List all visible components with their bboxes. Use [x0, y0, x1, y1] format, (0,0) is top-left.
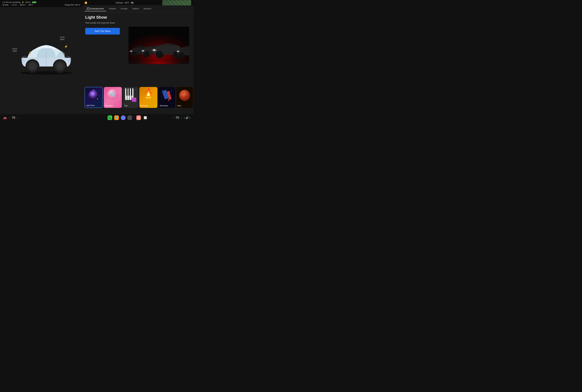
svg-point-9 [57, 63, 63, 69]
content-left: Light Show Park outside and enjoy the sh… [82, 12, 124, 78]
tab-browser[interactable]: Browser [141, 6, 154, 11]
speed-left-arrow-right[interactable]: ‹ [173, 116, 174, 119]
more-icon: ··· [129, 116, 131, 119]
volume-up-icon[interactable]: ▸ [190, 116, 191, 119]
tab-toybox[interactable]: Toybox [130, 6, 141, 11]
svg-point-57 [179, 90, 190, 101]
volume-icon: 🔊 [185, 116, 189, 119]
svg-point-16 [132, 52, 137, 56]
battery-bar [32, 2, 36, 3]
right-panel: 📶 9:29 pm 35°F 📷 Entertainment Theater A… [82, 0, 193, 116]
mars-icon [178, 88, 191, 102]
svg-point-0 [20, 71, 72, 75]
entertainment-icon [87, 8, 89, 10]
tesla-car-svg: ⚡ 🔓 [16, 33, 76, 76]
app-sketchpad-label: Sketchpad [160, 105, 168, 107]
svg-point-19 [129, 50, 133, 52]
speed-control-right: ‹ 70 › [173, 116, 182, 120]
app-romance[interactable]: 🔥 💛💛 Romance [139, 87, 157, 108]
content-right [124, 12, 193, 78]
svg-point-23 [141, 50, 145, 52]
speed-right-arrow[interactable]: › [17, 116, 18, 119]
svg-point-53 [162, 97, 162, 97]
app-mars[interactable]: Mars [176, 87, 193, 108]
status-temp: 35°F [125, 2, 129, 4]
taskbar-stocks[interactable]: 📈 [143, 116, 147, 120]
svg-point-58 [182, 92, 184, 94]
svg-point-28 [179, 52, 184, 58]
camera-icon: 📷 [131, 1, 134, 4]
trax-icon [124, 88, 137, 103]
tab-arcade[interactable]: Arcade [118, 6, 130, 11]
svg-point-52 [172, 95, 172, 96]
speed-value-left: 70 [12, 116, 15, 120]
bottom-bar-left: 🚗 ‹ 70 › [0, 116, 82, 120]
charge-limit-stat: Charge limit: 190 mi [64, 4, 80, 6]
app-sketchpad[interactable]: Sketchpad [158, 87, 175, 108]
charge-time-remaining: 1 hr 55 min remaining [2, 1, 20, 3]
taskbar-photos[interactable]: 🌸 [136, 116, 141, 120]
phone-icon: 📞 [108, 116, 111, 119]
tab-theater[interactable]: Theater [106, 6, 118, 11]
svg-rect-46 [132, 98, 136, 102]
range-value: 136 mi [25, 1, 31, 3]
taskbar-phone[interactable]: 📞 [107, 116, 112, 120]
svg-text:🔓: 🔓 [28, 52, 31, 54]
svg-point-60 [181, 96, 183, 97]
svg-rect-38 [93, 90, 94, 90]
emissions-visual: 🫧 [104, 87, 122, 100]
app-emissions-label: Emissions [105, 105, 113, 107]
taskbar-podcasts[interactable]: 🎙️ [114, 116, 119, 120]
taskbar-more[interactable]: ··· [127, 116, 132, 120]
svg-rect-43 [126, 88, 128, 96]
cars-preview [128, 26, 189, 64]
signal-icon: 📶 [85, 2, 87, 4]
svg-point-47 [162, 90, 163, 90]
charge-status: 1 hr 55 min remaining ⚡ 136 mi [2, 1, 80, 3]
app-trax[interactable]: Trax [123, 87, 138, 108]
app-trax-label: Trax [124, 105, 128, 107]
charge-lightning-icon: ⚡ [22, 1, 24, 3]
right-controls: ‹ 70 › ◂ 🔊 ▸ [173, 116, 193, 120]
app-emissions[interactable]: 🫧 Emissions [104, 87, 122, 108]
car-icon-small[interactable]: 🚗 [3, 116, 7, 120]
photos-icon: 🌸 [137, 116, 140, 119]
tab-entertainment[interactable]: Entertainment [85, 6, 106, 11]
svg-point-20 [143, 51, 150, 58]
cars-preview-svg [128, 26, 189, 61]
stocks-icon: 📈 [144, 116, 147, 119]
volume-down-icon[interactable]: ◂ [184, 116, 185, 119]
svg-point-27 [152, 49, 157, 52]
car-display: FrunkOpen TrunkOpen [4, 14, 76, 90]
app-romance-label: Romance [140, 105, 148, 107]
taskbar-center: 📞 🎙️ 🌀 ··· 🌸 📈 [82, 116, 173, 120]
status-icons-left: 📶 [85, 2, 87, 4]
light-show-title: Light Show [85, 15, 121, 20]
sketchpad-icon [160, 88, 173, 102]
speed-value-right: 70 [176, 116, 179, 120]
svg-point-49 [171, 91, 171, 91]
start-show-button[interactable]: Start The Show [85, 28, 120, 34]
app-light-show[interactable]: ✦ Light Show [85, 87, 103, 108]
light-show-description: Park outside and enjoy the show! [85, 22, 121, 24]
svg-line-13 [65, 51, 69, 56]
romance-visual: 🔥 💛💛 [139, 87, 157, 99]
speed-right-arrow-right[interactable]: › [181, 116, 182, 119]
status-center: 9:29 pm 35°F 📷 [116, 1, 133, 4]
campfire-icon: 🔥 [139, 88, 157, 96]
nav-tabs: Entertainment Theater Arcade Toybox Brow… [82, 6, 193, 12]
svg-point-59 [184, 96, 188, 98]
podcasts-icon: 🎙️ [115, 116, 118, 119]
voltage-stat: 236 V [28, 4, 33, 6]
left-panel: 1 hr 55 min remaining ⚡ 136 mi 18 mi/hr … [0, 0, 82, 116]
siri-icon: 🌀 [121, 116, 125, 119]
app-mars-label: Mars [177, 105, 181, 107]
hearts-icon: 💛💛 [139, 96, 157, 99]
volume-control: ◂ 🔊 ▸ [184, 116, 191, 119]
taskbar-siri[interactable]: 🌀 [121, 116, 125, 120]
svg-point-48 [167, 89, 167, 90]
speed-left-arrow[interactable]: ‹ [9, 116, 10, 119]
light-show-icon: ✦ [86, 89, 101, 102]
map-preview [162, 0, 191, 5]
speed-control-left: ‹ 70 › [9, 116, 18, 120]
